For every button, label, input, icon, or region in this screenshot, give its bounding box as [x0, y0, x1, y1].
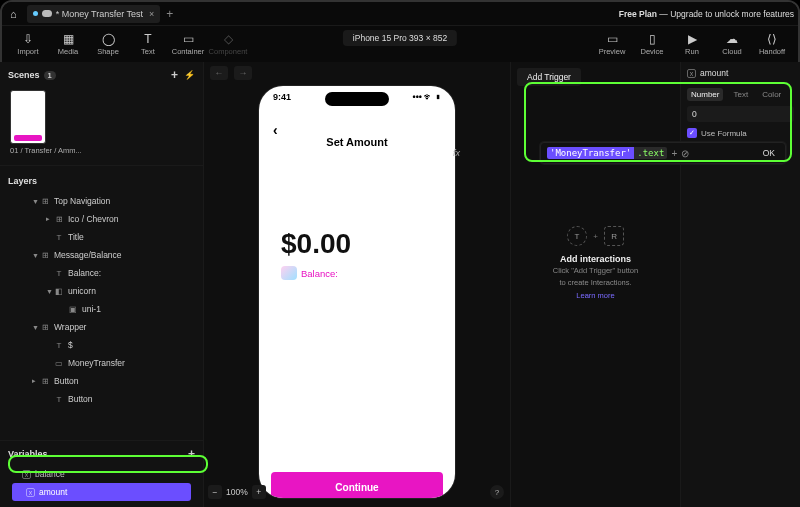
add-trigger-button[interactable]: Add Trigger: [517, 68, 581, 86]
interactions-heading: Add interactions: [517, 254, 674, 264]
scene-name: 01 / Transfer / Amm...: [8, 146, 195, 155]
new-tab-button[interactable]: +: [166, 7, 173, 21]
shape-tool[interactable]: ◯Shape: [88, 33, 128, 56]
plan-rest: — Upgrade to unlock more features: [657, 9, 794, 19]
variable-row-amount[interactable]: xamount: [12, 483, 191, 501]
container-icon: ▭: [181, 33, 195, 45]
plan-bold: Free Plan: [619, 9, 657, 19]
layer-row[interactable]: ▼⊞Message/Balance: [8, 246, 195, 264]
formula-remove-icon[interactable]: ⊘: [681, 148, 689, 159]
variable-name: balance: [35, 469, 65, 479]
variable-icon: x: [26, 488, 35, 497]
help-button[interactable]: ?: [490, 485, 504, 499]
scenes-bolt-icon[interactable]: ⚡: [184, 70, 195, 80]
variable-row-balance[interactable]: xbalance: [8, 465, 195, 483]
layer-row[interactable]: TBalance:: [8, 264, 195, 282]
layer-type-icon: T: [54, 341, 64, 350]
layer-label: Ico / Chevron: [68, 214, 119, 224]
handoff-button[interactable]: ⟨⟩Handoff: [752, 33, 792, 56]
disclosure-icon[interactable]: ▼: [32, 198, 40, 205]
layer-row[interactable]: ▼⊞Wrapper: [8, 318, 195, 336]
home-icon[interactable]: ⌂: [10, 8, 17, 20]
add-variable-button[interactable]: +: [188, 447, 195, 461]
zoom-level[interactable]: 100%: [226, 487, 248, 497]
preview-tool[interactable]: ▭Preview: [592, 33, 632, 56]
nav-forward-button[interactable]: →: [234, 66, 252, 80]
layer-row[interactable]: T$: [8, 336, 195, 354]
layer-label: unicorn: [68, 286, 96, 296]
back-chevron-icon[interactable]: ‹: [273, 122, 278, 138]
layer-label: Title: [68, 232, 84, 242]
zoom-in-button[interactable]: +: [252, 485, 266, 499]
inspector-panel: x amount Number Text Color 0 ✓ Use Formu…: [680, 62, 800, 507]
tab-text[interactable]: Text: [729, 88, 752, 101]
layer-type-icon: T: [54, 395, 64, 404]
layer-row[interactable]: ▸⊞Ico / Chevron: [8, 210, 195, 228]
learn-more-link[interactable]: Learn more: [517, 291, 674, 300]
container-tool[interactable]: ▭Container: [168, 33, 208, 56]
handoff-icon: ⟨⟩: [765, 33, 779, 45]
layer-row[interactable]: ▭MoneyTransfer: [8, 354, 195, 372]
formula-token-object[interactable]: 'MoneyTransfer': [547, 147, 634, 159]
tab-number[interactable]: Number: [687, 88, 723, 101]
component-tool: ◇Component: [208, 33, 248, 56]
import-tool[interactable]: ⇩Import: [8, 33, 48, 56]
cloud-icon: [42, 10, 52, 17]
preview-icon: ▭: [605, 33, 619, 45]
formula-add-icon[interactable]: +: [671, 148, 677, 159]
scene-thumbnail[interactable]: [10, 90, 46, 144]
status-icons: ••• ᯤ ▮: [413, 92, 441, 102]
layer-label: Button: [68, 394, 93, 404]
import-icon: ⇩: [21, 33, 35, 45]
disclosure-icon[interactable]: ▸: [32, 377, 40, 385]
run-button[interactable]: ▶Run: [672, 33, 712, 56]
layer-type-icon: ⊞: [40, 251, 50, 260]
layer-row[interactable]: ▼◧unicorn: [8, 282, 195, 300]
canvas[interactable]: ← → 9:41 ••• ᯤ ▮ ‹ Set Amount $0.00 Bala…: [204, 62, 510, 507]
cloud-button[interactable]: ☁Cloud: [712, 33, 752, 56]
layer-label: $: [68, 340, 73, 350]
close-tab-icon[interactable]: ×: [149, 9, 154, 19]
play-icon: ▶: [685, 33, 699, 45]
layer-row[interactable]: ▸⊞Button: [8, 372, 195, 390]
disclosure-icon[interactable]: ▸: [46, 215, 54, 223]
layer-label: Button: [54, 376, 79, 386]
cloud-sync-icon: ☁: [725, 33, 739, 45]
nav-back-button[interactable]: ←: [210, 66, 228, 80]
formula-editor[interactable]: 'MoneyTransfer'.text + ⊘ OK: [540, 142, 786, 164]
media-tool[interactable]: ▦Media: [48, 33, 88, 56]
status-time: 9:41: [273, 92, 291, 102]
formula-token-property[interactable]: .text: [634, 147, 667, 159]
balance-label: Balance:: [301, 268, 338, 279]
formula-ok-button[interactable]: OK: [759, 147, 779, 159]
use-formula-label: Use Formula: [701, 129, 747, 138]
device-icon: ▯: [645, 33, 659, 45]
zoom-out-button[interactable]: −: [208, 485, 222, 499]
tab-color[interactable]: Color: [758, 88, 785, 101]
document-tab[interactable]: * Money Transfer Test ×: [27, 5, 161, 23]
add-scene-button[interactable]: +: [171, 68, 178, 82]
layer-row[interactable]: TTitle: [8, 228, 195, 246]
continue-button[interactable]: Continue: [271, 472, 443, 498]
interactions-panel: Add Trigger fx T + R Add interactions Cl…: [510, 62, 680, 507]
text-tool[interactable]: TText: [128, 33, 168, 56]
shape-icon: ◯: [101, 33, 115, 45]
interactions-sub1: Click "Add Trigger" button: [517, 266, 674, 276]
device-selector[interactable]: iPhone 15 Pro 393 × 852: [343, 30, 457, 46]
type-tabs: Number Text Color: [687, 88, 794, 101]
use-formula-checkbox[interactable]: ✓: [687, 128, 697, 138]
disclosure-icon[interactable]: ▼: [32, 324, 40, 331]
layer-row[interactable]: TButton: [8, 390, 195, 408]
disclosure-icon[interactable]: ▼: [46, 288, 54, 295]
notch-icon: [325, 92, 389, 106]
response-placeholder-icon: R: [604, 226, 624, 246]
plan-banner[interactable]: Free Plan — Upgrade to unlock more featu…: [619, 9, 794, 19]
text-icon: T: [141, 33, 155, 45]
layer-label: uni-1: [82, 304, 101, 314]
device-button[interactable]: ▯Device: [632, 33, 672, 56]
layer-row[interactable]: ▣uni-1: [8, 300, 195, 318]
value-input[interactable]: 0: [687, 106, 794, 122]
layer-row[interactable]: ▼⊞Top Navigation: [8, 192, 195, 210]
layer-type-icon: ▭: [54, 359, 64, 368]
disclosure-icon[interactable]: ▼: [32, 252, 40, 259]
